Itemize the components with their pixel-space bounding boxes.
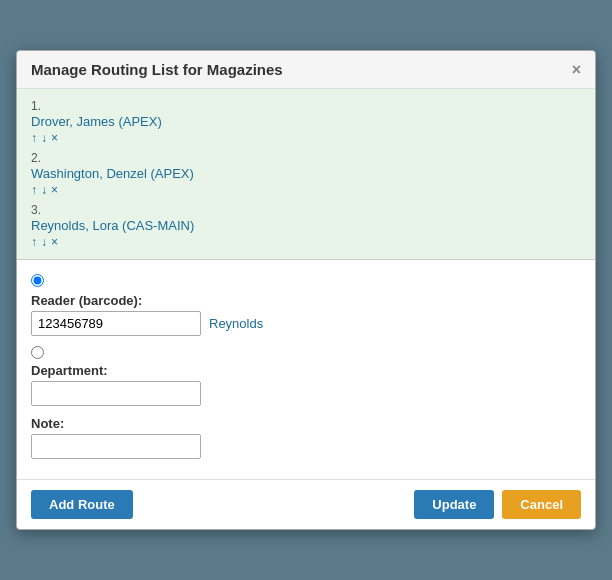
- route-down-3[interactable]: ↓: [41, 235, 47, 249]
- modal-header: Manage Routing List for Magazines ×: [17, 51, 595, 89]
- add-route-button[interactable]: Add Route: [31, 490, 133, 519]
- route-up-3[interactable]: ↑: [31, 235, 37, 249]
- reader-input-row: Reynolds: [31, 311, 581, 336]
- route-number-1: 1.: [31, 99, 581, 113]
- modal-title: Manage Routing List for Magazines: [31, 61, 283, 78]
- reader-radio[interactable]: [31, 274, 44, 287]
- routing-list: 1. Drover, James (APEX) ↑ ↓ × 2. Washing…: [17, 89, 595, 260]
- route-name-2: Washington, Denzel (APEX): [31, 166, 581, 181]
- reader-label: Reader (barcode):: [31, 293, 581, 308]
- route-up-1[interactable]: ↑: [31, 131, 37, 145]
- list-item: 2. Washington, Denzel (APEX) ↑ ↓ ×: [31, 151, 581, 197]
- manage-routing-modal: Manage Routing List for Magazines × 1. D…: [16, 50, 596, 530]
- department-input[interactable]: [31, 381, 201, 406]
- footer-right-buttons: Update Cancel: [414, 490, 581, 519]
- department-row: Department:: [31, 363, 581, 406]
- route-name-1: Drover, James (APEX): [31, 114, 581, 129]
- form-section: Reader (barcode): Reynolds Department:: [17, 260, 595, 479]
- department-label: Department:: [31, 363, 581, 378]
- reader-resolved-name: Reynolds: [209, 316, 263, 331]
- department-radio[interactable]: [31, 346, 44, 359]
- cancel-button[interactable]: Cancel: [502, 490, 581, 519]
- route-controls-3: ↑ ↓ ×: [31, 235, 581, 249]
- route-remove-2[interactable]: ×: [51, 183, 58, 197]
- reader-radio-row: [31, 274, 581, 287]
- list-item: 1. Drover, James (APEX) ↑ ↓ ×: [31, 99, 581, 145]
- route-controls-2: ↑ ↓ ×: [31, 183, 581, 197]
- reader-input[interactable]: [31, 311, 201, 336]
- modal-footer: Add Route Update Cancel: [17, 479, 595, 529]
- route-name-3: Reynolds, Lora (CAS-MAIN): [31, 218, 581, 233]
- route-down-1[interactable]: ↓: [41, 131, 47, 145]
- route-up-2[interactable]: ↑: [31, 183, 37, 197]
- route-number-3: 3.: [31, 203, 581, 217]
- reader-row: Reader (barcode): Reynolds: [31, 293, 581, 336]
- modal-body: 1. Drover, James (APEX) ↑ ↓ × 2. Washing…: [17, 89, 595, 479]
- note-label: Note:: [31, 416, 581, 431]
- modal-close-button[interactable]: ×: [572, 62, 581, 78]
- department-radio-row: [31, 346, 581, 359]
- update-button[interactable]: Update: [414, 490, 494, 519]
- route-controls-1: ↑ ↓ ×: [31, 131, 581, 145]
- route-number-2: 2.: [31, 151, 581, 165]
- modal-overlay: Manage Routing List for Magazines × 1. D…: [0, 0, 612, 580]
- route-remove-1[interactable]: ×: [51, 131, 58, 145]
- list-item: 3. Reynolds, Lora (CAS-MAIN) ↑ ↓ ×: [31, 203, 581, 249]
- note-row: Note:: [31, 416, 581, 459]
- route-down-2[interactable]: ↓: [41, 183, 47, 197]
- route-remove-3[interactable]: ×: [51, 235, 58, 249]
- note-input[interactable]: [31, 434, 201, 459]
